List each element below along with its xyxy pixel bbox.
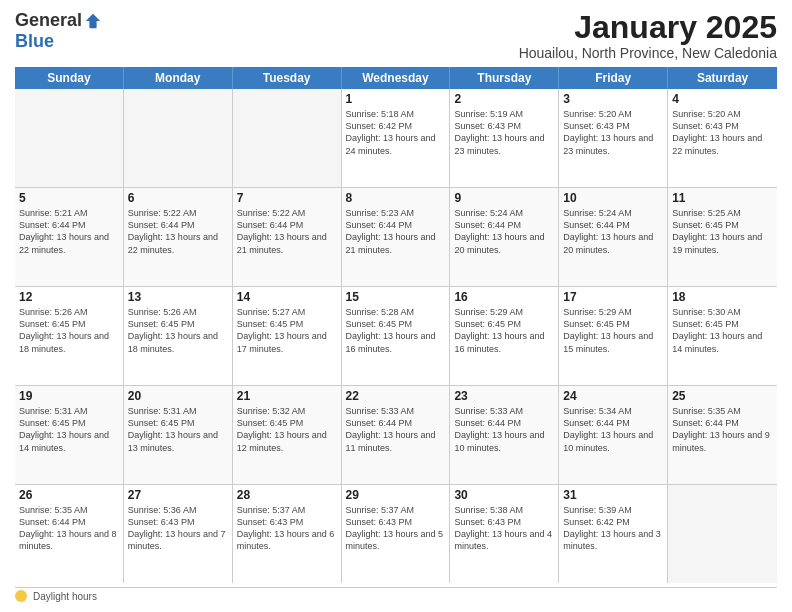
calendar: SundayMondayTuesdayWednesdayThursdayFrid… — [15, 67, 777, 583]
cal-cell: 24Sunrise: 5:34 AM Sunset: 6:44 PM Dayli… — [559, 386, 668, 484]
cal-cell: 11Sunrise: 5:25 AM Sunset: 6:45 PM Dayli… — [668, 188, 777, 286]
cal-cell: 12Sunrise: 5:26 AM Sunset: 6:45 PM Dayli… — [15, 287, 124, 385]
day-number: 20 — [128, 389, 228, 403]
day-info: Sunrise: 5:29 AM Sunset: 6:45 PM Dayligh… — [454, 306, 554, 355]
cal-row-4: 26Sunrise: 5:35 AM Sunset: 6:44 PM Dayli… — [15, 485, 777, 583]
cal-cell — [124, 89, 233, 187]
cal-cell: 23Sunrise: 5:33 AM Sunset: 6:44 PM Dayli… — [450, 386, 559, 484]
cal-cell: 27Sunrise: 5:36 AM Sunset: 6:43 PM Dayli… — [124, 485, 233, 583]
day-info: Sunrise: 5:19 AM Sunset: 6:43 PM Dayligh… — [454, 108, 554, 157]
cal-cell: 7Sunrise: 5:22 AM Sunset: 6:44 PM Daylig… — [233, 188, 342, 286]
cal-row-0: 1Sunrise: 5:18 AM Sunset: 6:42 PM Daylig… — [15, 89, 777, 188]
page: General Blue January 2025 Houailou, Nort… — [0, 0, 792, 612]
cal-cell — [233, 89, 342, 187]
cal-cell: 16Sunrise: 5:29 AM Sunset: 6:45 PM Dayli… — [450, 287, 559, 385]
cal-cell: 28Sunrise: 5:37 AM Sunset: 6:43 PM Dayli… — [233, 485, 342, 583]
day-number: 23 — [454, 389, 554, 403]
cal-cell: 8Sunrise: 5:23 AM Sunset: 6:44 PM Daylig… — [342, 188, 451, 286]
day-info: Sunrise: 5:29 AM Sunset: 6:45 PM Dayligh… — [563, 306, 663, 355]
day-number: 11 — [672, 191, 773, 205]
cal-cell: 17Sunrise: 5:29 AM Sunset: 6:45 PM Dayli… — [559, 287, 668, 385]
cal-cell: 30Sunrise: 5:38 AM Sunset: 6:43 PM Dayli… — [450, 485, 559, 583]
logo-general-text: General — [15, 10, 82, 31]
cal-cell: 20Sunrise: 5:31 AM Sunset: 6:45 PM Dayli… — [124, 386, 233, 484]
cal-cell: 25Sunrise: 5:35 AM Sunset: 6:44 PM Dayli… — [668, 386, 777, 484]
day-info: Sunrise: 5:26 AM Sunset: 6:45 PM Dayligh… — [128, 306, 228, 355]
cal-cell: 29Sunrise: 5:37 AM Sunset: 6:43 PM Dayli… — [342, 485, 451, 583]
cal-row-2: 12Sunrise: 5:26 AM Sunset: 6:45 PM Dayli… — [15, 287, 777, 386]
day-info: Sunrise: 5:18 AM Sunset: 6:42 PM Dayligh… — [346, 108, 446, 157]
day-number: 19 — [19, 389, 119, 403]
day-info: Sunrise: 5:21 AM Sunset: 6:44 PM Dayligh… — [19, 207, 119, 256]
day-info: Sunrise: 5:32 AM Sunset: 6:45 PM Dayligh… — [237, 405, 337, 454]
day-info: Sunrise: 5:35 AM Sunset: 6:44 PM Dayligh… — [672, 405, 773, 454]
day-number: 4 — [672, 92, 773, 106]
cal-cell: 18Sunrise: 5:30 AM Sunset: 6:45 PM Dayli… — [668, 287, 777, 385]
day-number: 25 — [672, 389, 773, 403]
day-info: Sunrise: 5:26 AM Sunset: 6:45 PM Dayligh… — [19, 306, 119, 355]
cal-cell: 19Sunrise: 5:31 AM Sunset: 6:45 PM Dayli… — [15, 386, 124, 484]
day-number: 1 — [346, 92, 446, 106]
day-info: Sunrise: 5:27 AM Sunset: 6:45 PM Dayligh… — [237, 306, 337, 355]
cal-header-sunday: Sunday — [15, 67, 124, 89]
day-number: 5 — [19, 191, 119, 205]
logo-blue-text: Blue — [15, 31, 54, 52]
day-info: Sunrise: 5:35 AM Sunset: 6:44 PM Dayligh… — [19, 504, 119, 553]
day-number: 28 — [237, 488, 337, 502]
cal-cell: 10Sunrise: 5:24 AM Sunset: 6:44 PM Dayli… — [559, 188, 668, 286]
footer: Daylight hours — [15, 587, 777, 602]
day-info: Sunrise: 5:24 AM Sunset: 6:44 PM Dayligh… — [563, 207, 663, 256]
day-number: 14 — [237, 290, 337, 304]
cal-header-wednesday: Wednesday — [342, 67, 451, 89]
logo-icon — [84, 12, 102, 30]
day-number: 31 — [563, 488, 663, 502]
day-number: 10 — [563, 191, 663, 205]
cal-header-tuesday: Tuesday — [233, 67, 342, 89]
cal-cell — [668, 485, 777, 583]
cal-cell: 13Sunrise: 5:26 AM Sunset: 6:45 PM Dayli… — [124, 287, 233, 385]
day-info: Sunrise: 5:22 AM Sunset: 6:44 PM Dayligh… — [128, 207, 228, 256]
svg-marker-0 — [86, 13, 100, 27]
day-number: 18 — [672, 290, 773, 304]
day-info: Sunrise: 5:20 AM Sunset: 6:43 PM Dayligh… — [563, 108, 663, 157]
day-number: 7 — [237, 191, 337, 205]
day-info: Sunrise: 5:33 AM Sunset: 6:44 PM Dayligh… — [346, 405, 446, 454]
cal-cell — [15, 89, 124, 187]
title-block: January 2025 Houailou, North Province, N… — [519, 10, 777, 61]
day-info: Sunrise: 5:38 AM Sunset: 6:43 PM Dayligh… — [454, 504, 554, 553]
day-info: Sunrise: 5:36 AM Sunset: 6:43 PM Dayligh… — [128, 504, 228, 553]
day-number: 26 — [19, 488, 119, 502]
header: General Blue January 2025 Houailou, Nort… — [15, 10, 777, 61]
cal-cell: 5Sunrise: 5:21 AM Sunset: 6:44 PM Daylig… — [15, 188, 124, 286]
day-info: Sunrise: 5:34 AM Sunset: 6:44 PM Dayligh… — [563, 405, 663, 454]
day-number: 3 — [563, 92, 663, 106]
sun-icon — [15, 590, 27, 602]
cal-cell: 15Sunrise: 5:28 AM Sunset: 6:45 PM Dayli… — [342, 287, 451, 385]
calendar-header: SundayMondayTuesdayWednesdayThursdayFrid… — [15, 67, 777, 89]
day-number: 21 — [237, 389, 337, 403]
day-info: Sunrise: 5:31 AM Sunset: 6:45 PM Dayligh… — [19, 405, 119, 454]
day-info: Sunrise: 5:25 AM Sunset: 6:45 PM Dayligh… — [672, 207, 773, 256]
day-info: Sunrise: 5:24 AM Sunset: 6:44 PM Dayligh… — [454, 207, 554, 256]
logo: General Blue — [15, 10, 102, 52]
cal-header-monday: Monday — [124, 67, 233, 89]
day-number: 9 — [454, 191, 554, 205]
cal-cell: 22Sunrise: 5:33 AM Sunset: 6:44 PM Dayli… — [342, 386, 451, 484]
cal-cell: 9Sunrise: 5:24 AM Sunset: 6:44 PM Daylig… — [450, 188, 559, 286]
cal-cell: 26Sunrise: 5:35 AM Sunset: 6:44 PM Dayli… — [15, 485, 124, 583]
cal-cell: 3Sunrise: 5:20 AM Sunset: 6:43 PM Daylig… — [559, 89, 668, 187]
day-number: 22 — [346, 389, 446, 403]
subtitle: Houailou, North Province, New Caledonia — [519, 45, 777, 61]
day-number: 13 — [128, 290, 228, 304]
day-number: 2 — [454, 92, 554, 106]
day-number: 29 — [346, 488, 446, 502]
day-info: Sunrise: 5:28 AM Sunset: 6:45 PM Dayligh… — [346, 306, 446, 355]
day-number: 17 — [563, 290, 663, 304]
cal-cell: 1Sunrise: 5:18 AM Sunset: 6:42 PM Daylig… — [342, 89, 451, 187]
cal-cell: 2Sunrise: 5:19 AM Sunset: 6:43 PM Daylig… — [450, 89, 559, 187]
cal-row-1: 5Sunrise: 5:21 AM Sunset: 6:44 PM Daylig… — [15, 188, 777, 287]
day-info: Sunrise: 5:39 AM Sunset: 6:42 PM Dayligh… — [563, 504, 663, 553]
calendar-body: 1Sunrise: 5:18 AM Sunset: 6:42 PM Daylig… — [15, 89, 777, 583]
day-info: Sunrise: 5:37 AM Sunset: 6:43 PM Dayligh… — [346, 504, 446, 553]
cal-cell: 21Sunrise: 5:32 AM Sunset: 6:45 PM Dayli… — [233, 386, 342, 484]
